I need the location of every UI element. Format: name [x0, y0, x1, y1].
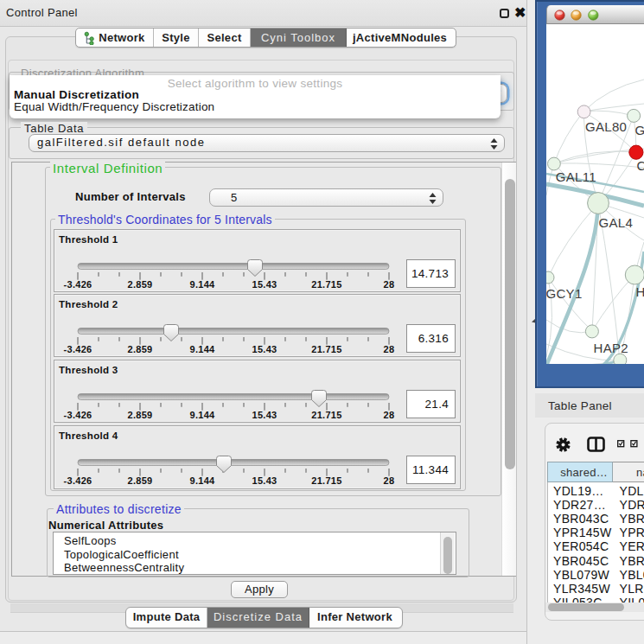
svg-text:GAL4: GAL4	[599, 215, 634, 230]
svg-text:GAL80: GAL80	[585, 119, 627, 134]
svg-text:GCY1: GCY1	[546, 286, 583, 301]
svg-text:H: H	[636, 284, 644, 299]
svg-text:HAP2: HAP2	[594, 341, 628, 355]
svg-text:GAL11: GAL11	[556, 169, 596, 184]
svg-text:GA: GA	[635, 123, 644, 137]
svg-text:C: C	[637, 158, 644, 173]
